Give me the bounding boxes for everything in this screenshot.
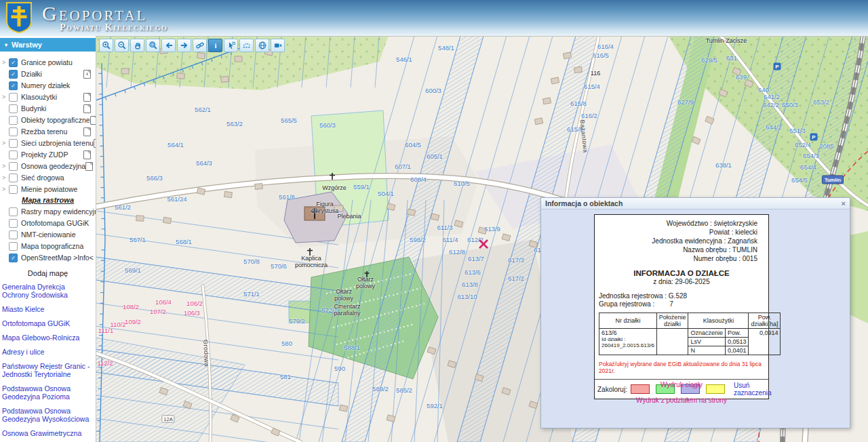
- toolbar-button-zoom-out[interactable]: [115, 39, 129, 52]
- expand-chevron-icon[interactable]: >: [2, 94, 9, 100]
- layer-metadata-icon[interactable]: [83, 93, 91, 102]
- layer-metadata-icon[interactable]: [83, 127, 91, 136]
- parcel-number-label: 561/2: [115, 203, 131, 211]
- map-link-ortofotomapa-gugik[interactable]: Ortofotomapa GUGiK: [2, 319, 94, 327]
- map-link-miasto-kielce[interactable]: Miasto Kielce: [2, 305, 94, 313]
- layer-label: Ortofotomapa GUGiK: [21, 219, 89, 227]
- layer-metadata-icon[interactable]: [83, 150, 91, 159]
- layers-panel-header[interactable]: ▾ Warstwy: [0, 38, 96, 52]
- layer-checkbox-sie-drogowa[interactable]: [9, 174, 18, 182]
- region-info-line: Województwo : świętokrzyskie: [599, 219, 764, 228]
- layer-row-sie-drogowa[interactable]: >Sieć drogowa: [0, 173, 96, 182]
- layer-checkbox-sieci-uzbrojenia-terenu[interactable]: [9, 139, 18, 148]
- layer-checkbox-mapa-topograficzna[interactable]: [9, 242, 18, 251]
- expand-chevron-icon[interactable]: >: [2, 174, 9, 181]
- layer-row-numery-dzia-ek[interactable]: ✓Numery działek: [0, 81, 96, 90]
- toolbar-button-globe[interactable]: [255, 39, 269, 52]
- layer-row-obiekty-topograficzne[interactable]: Obiekty topograficzne: [0, 115, 96, 125]
- layer-checkbox-projekty-zudp[interactable]: [9, 150, 18, 159]
- parcel-number-label: 611/3: [437, 224, 452, 231]
- layer-row-projekty-zudp[interactable]: Projekty ZUDP: [0, 150, 96, 159]
- region-info: Województwo : świętokrzyskiePowiat : kie…: [599, 219, 764, 263]
- toolbar-button-measure[interactable]: [239, 39, 254, 52]
- expand-chevron-icon[interactable]: >: [2, 140, 9, 146]
- parcel-number-label: 652/4: [795, 141, 811, 148]
- layer-checkbox-obiekty-topograficzne[interactable]: [9, 116, 18, 125]
- map-viewport[interactable]: 548/1546/1563/2565/5560/3562/1564/1564/3…: [96, 36, 868, 442]
- place-name-label: Ołtarz polowy: [334, 288, 353, 302]
- toolbar-button-zoom-in[interactable]: [99, 39, 113, 52]
- header-banner: Geoportal Powiatu Kieleckiego: [0, 0, 868, 37]
- layer-row-sieci-uzbrojenia-terenu[interactable]: >Sieci uzbrojenia terenu: [0, 138, 96, 148]
- parcel-number-label: 2085: [819, 142, 833, 150]
- expand-chevron-icon[interactable]: >: [2, 163, 9, 169]
- layer-row-nmt-cieniowanie[interactable]: NMT-cieniowanie: [0, 230, 96, 239]
- layer-row-dzia-ki[interactable]: ✓Działkii: [0, 69, 96, 79]
- layer-row-mienie-powiatowe[interactable]: >Mienie powiatowe: [0, 184, 96, 194]
- toolbar-button-select-info[interactable]: [224, 39, 238, 52]
- parcel-number-cell: 613/6 Id działki : 260419_2.0015.613/6: [599, 329, 657, 355]
- toolbar-button-camera[interactable]: [271, 39, 285, 52]
- register-unit: Jednostka rejestrowa : G.528: [599, 292, 764, 300]
- toolbar-button-info[interactable]: i: [208, 39, 222, 52]
- map-link-mapa-glebowo-rolnicza[interactable]: Mapa Glebowo-Rolnicza: [2, 334, 94, 342]
- parcel-number-label: 564/1: [167, 141, 184, 148]
- layer-row-granice-powiatu[interactable]: >✓Granice powiatu: [0, 58, 96, 67]
- close-icon[interactable]: ×: [842, 200, 846, 207]
- pan-icon: [133, 41, 142, 50]
- layer-row-openstreetmap-info[interactable]: ✓OpenStreetMap >Info<: [0, 253, 96, 262]
- layer-row-osnowa-geodezyjna[interactable]: >Osnowa geodezyjna: [0, 161, 96, 171]
- layer-checkbox-osnowa-geodezyjna[interactable]: [9, 162, 18, 171]
- parcel-position-cell: [656, 329, 688, 355]
- parcel-number-label: 629/5: [701, 56, 717, 64]
- parcel-number-label-adjacent: 106/2: [186, 300, 203, 307]
- print-link-wydruk-ci-g-y[interactable]: Wydruk ciągły: [594, 381, 769, 388]
- parcel-area-cell: 0,0914: [749, 329, 781, 355]
- layer-checkbox-budynki[interactable]: [9, 104, 18, 113]
- toolbar-button-pan[interactable]: [130, 39, 144, 52]
- map-link-podstawowa-osnowa-geodezyjna-p[interactable]: Podstawowa Osnowa Geodezyjna Pozioma: [2, 384, 94, 401]
- toolbar-button-zoom-extent[interactable]: [146, 39, 160, 52]
- layer-row-ortofotomapa-gugik[interactable]: Ortofotomapa GUGiK: [0, 218, 96, 228]
- parcel-number-label: 568/1: [176, 238, 192, 245]
- place-name-label: Kaplica pomocnicza: [295, 255, 328, 268]
- layer-metadata-icon[interactable]: [85, 162, 93, 171]
- layer-checkbox-numery-dzia-ek[interactable]: ✓: [9, 81, 18, 90]
- layer-checkbox-nmt-cieniowanie[interactable]: [9, 230, 18, 239]
- egib-toggle-link[interactable]: Pokaż/ukryj wybrane dane EGiB aktualizow…: [599, 361, 764, 374]
- layer-info-icon[interactable]: i: [83, 70, 91, 79]
- map-link-generalna-dyrekcja-ochrony-rod[interactable]: Generalna Dyrekcja Ochrony Środowiska: [2, 283, 94, 299]
- toolbar-button-previous-view[interactable]: [161, 39, 176, 52]
- parking-icon: P: [810, 134, 818, 141]
- layer-checkbox-rastry-mapy-ewidencyjnej[interactable]: [9, 207, 18, 216]
- map-link-pa-stwowy-rejestr-granic-jedno[interactable]: Państwowy Rejestr Granic - Jednostki Ter…: [2, 362, 94, 378]
- layer-checkbox-klasou-ytki[interactable]: [9, 93, 18, 102]
- expand-chevron-icon[interactable]: >: [2, 186, 9, 193]
- layer-checkbox-ortofotomapa-gugik[interactable]: [9, 219, 18, 228]
- globe-icon: [258, 41, 267, 50]
- parcel-number-label-adjacent: 106/4: [155, 298, 172, 306]
- toolbar-button-next-view[interactable]: [177, 39, 191, 52]
- layer-row-rze-ba-terenu[interactable]: Rzeźba terenu: [0, 127, 96, 136]
- layer-checkbox-rze-ba-terenu[interactable]: [9, 127, 18, 136]
- layer-checkbox-mienie-powiatowe[interactable]: [9, 185, 18, 194]
- layer-row-budynki[interactable]: Budynki: [0, 104, 96, 113]
- logo-text: Geoportal Powiatu Kieleckiego: [42, 4, 167, 32]
- print-link-wydruk-z-podzia-em-na-strony[interactable]: Wydruk z podziałem na strony: [594, 397, 769, 404]
- map-link-osnowa-grawimetryczna[interactable]: Osnowa Grawimetryczna: [2, 429, 94, 437]
- map-link-adresy-i-ulice[interactable]: Adresy i ulice: [2, 348, 94, 356]
- layer-checkbox-openstreetmap-info[interactable]: ✓: [9, 254, 18, 262]
- expand-chevron-icon[interactable]: >: [2, 59, 9, 66]
- toolbar-button-link[interactable]: [193, 39, 207, 52]
- layer-checkbox-dzia-ki[interactable]: ✓: [9, 70, 18, 79]
- layer-metadata-icon[interactable]: [83, 104, 91, 113]
- layer-label: Mapa topograficzna: [21, 242, 83, 250]
- layer-row-mapa-topograficzna[interactable]: Mapa topograficzna: [0, 241, 96, 251]
- place-name-label: Plebania: [337, 213, 361, 220]
- layer-checkbox-granice-powiatu[interactable]: ✓: [9, 58, 18, 67]
- layer-row-klasou-ytki[interactable]: >Klasoużytki: [0, 92, 96, 102]
- dialog-title: Informacja o obiektach: [545, 199, 623, 207]
- layer-row-rastry-mapy-ewidencyjnej[interactable]: Rastry mapy ewidencyjnej: [0, 207, 96, 216]
- map-link-podstawowa-osnowa-geodezyjna-w[interactable]: Podstawowa Osnowa Geodezyjna Wysokościow…: [2, 407, 94, 423]
- dialog-titlebar[interactable]: Informacja o obiektach ×: [541, 198, 850, 209]
